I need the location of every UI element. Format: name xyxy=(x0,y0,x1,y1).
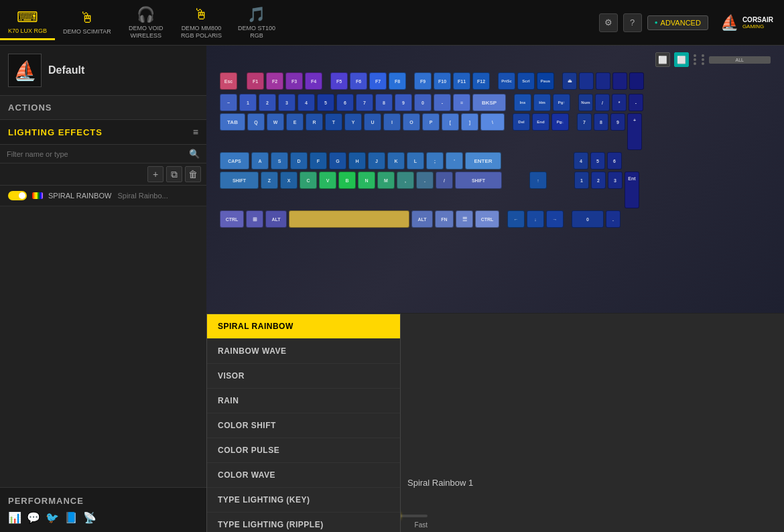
device-st100[interactable]: 🎵 DEMO ST100RGB xyxy=(230,2,283,44)
key-rshift[interactable]: SHIFT xyxy=(455,172,502,189)
perf-icon-2[interactable]: 💬 xyxy=(27,511,40,524)
key-np7[interactable]: 7 xyxy=(577,113,592,131)
key-q[interactable]: Q xyxy=(247,113,265,131)
dropdown-item-color-shift[interactable]: COLOR SHIFT xyxy=(207,413,400,438)
key-lwin[interactable]: ⊞ xyxy=(246,210,263,228)
dropdown-item-color-pulse[interactable]: COLOR PULSE xyxy=(207,438,400,463)
key-rfn[interactable]: FN xyxy=(435,210,454,228)
key-semicolon[interactable]: ; xyxy=(426,152,444,170)
key-comma[interactable]: , xyxy=(397,172,414,189)
key-rmenu[interactable]: ☰ xyxy=(456,210,473,228)
key-backspace[interactable]: BKSP xyxy=(472,94,506,111)
key-space[interactable] xyxy=(289,210,409,228)
key-np5[interactable] xyxy=(629,72,644,90)
dropdown-item-visor[interactable]: VISOR xyxy=(207,364,400,389)
dropdown-item-spiral-rainbow-top[interactable]: SPIRAL RAINBOW xyxy=(207,314,400,339)
key-end[interactable]: End xyxy=(532,113,549,131)
effect-item-spiral-rainbow[interactable]: SPIRAL RAINBOW Spiral Rainbo... xyxy=(0,186,206,206)
perf-icon-5[interactable]: 📡 xyxy=(83,511,96,524)
key-f7[interactable]: F7 xyxy=(369,72,387,90)
key-esc[interactable]: Esc xyxy=(220,72,237,90)
key-6[interactable]: 6 xyxy=(336,94,354,111)
key-np-dot[interactable]: . xyxy=(606,210,620,228)
kb-btn-1[interactable]: ⬜ xyxy=(655,52,670,67)
key-lshift[interactable]: SHIFT xyxy=(220,172,259,189)
key-pause[interactable]: Paus xyxy=(537,72,554,90)
key-f4[interactable]: F4 xyxy=(305,72,322,90)
key-np0[interactable]: 0 xyxy=(572,210,604,228)
key-w[interactable]: W xyxy=(267,113,284,131)
key-9[interactable]: 9 xyxy=(395,94,412,111)
key-np2[interactable] xyxy=(579,72,594,90)
key-equals[interactable]: = xyxy=(453,94,470,111)
key-0[interactable]: 0 xyxy=(414,94,432,111)
key-u[interactable]: U xyxy=(364,113,381,131)
key-f[interactable]: F xyxy=(310,152,327,170)
key-p[interactable]: P xyxy=(422,113,440,131)
key-right[interactable]: → xyxy=(546,210,564,228)
key-n[interactable]: N xyxy=(358,172,375,189)
key-7[interactable]: 7 xyxy=(356,94,373,111)
delete-effect-button[interactable]: 🗑 xyxy=(185,166,201,182)
key-del[interactable]: Del xyxy=(513,113,530,131)
key-b[interactable]: B xyxy=(338,172,356,189)
key-np4[interactable] xyxy=(612,72,627,90)
key-home[interactable]: Hm xyxy=(533,94,551,111)
key-np-enter[interactable]: Ent xyxy=(625,172,639,208)
device-mm800[interactable]: 🖱 DEMO MM800RGB POLARIS xyxy=(173,2,230,44)
key-f10[interactable]: F10 xyxy=(434,72,451,90)
key-o[interactable]: O xyxy=(403,113,420,131)
key-l[interactable]: L xyxy=(407,152,424,170)
key-rctrl[interactable]: CTRL xyxy=(475,210,499,228)
key-numlock[interactable]: Num xyxy=(578,94,593,111)
key-t[interactable]: T xyxy=(325,113,342,131)
kb-btn-2[interactable]: ⬜ xyxy=(674,52,689,67)
key-minus[interactable]: - xyxy=(434,94,451,111)
key-np-plus[interactable]: + xyxy=(627,113,642,150)
key-np3[interactable]: 3 xyxy=(608,172,623,189)
lighting-effect-dropdown[interactable]: SPIRAL RAINBOW RAINBOW WAVE VISOR RAIN C… xyxy=(206,314,401,532)
key-slash[interactable]: / xyxy=(436,172,453,189)
key-scroll[interactable]: Scrl xyxy=(517,72,535,90)
key-x[interactable]: X xyxy=(280,172,298,189)
key-5[interactable]: 5 xyxy=(317,94,334,111)
key-ins[interactable]: Ins xyxy=(514,94,531,111)
key-tab[interactable]: TAB xyxy=(220,113,245,131)
key-prtscr[interactable]: PrtSc xyxy=(498,72,515,90)
key-tilde[interactable]: ~ xyxy=(220,94,237,111)
key-f3[interactable]: F3 xyxy=(285,72,303,90)
add-effect-button[interactable]: + xyxy=(147,166,164,182)
key-h[interactable]: H xyxy=(348,152,366,170)
key-3[interactable]: 3 xyxy=(278,94,296,111)
dropdown-item-rain[interactable]: RAIN xyxy=(207,389,400,413)
key-z[interactable]: Z xyxy=(261,172,278,189)
key-np2[interactable]: 2 xyxy=(591,172,606,189)
key-period[interactable]: . xyxy=(416,172,434,189)
device-scimitar[interactable]: 🖱 DEMO SCIMITAR xyxy=(55,5,119,40)
key-pgdn[interactable]: Pg↓ xyxy=(551,113,569,131)
key-caps[interactable]: CAPS xyxy=(220,152,249,170)
dropdown-item-rainbow-wave[interactable]: RAINBOW WAVE xyxy=(207,339,400,364)
key-quote[interactable]: ' xyxy=(446,152,463,170)
filter-input[interactable] xyxy=(7,150,189,158)
key-f9[interactable]: F9 xyxy=(414,72,432,90)
key-enter[interactable]: ENTER xyxy=(465,152,501,170)
key-np-div[interactable]: / xyxy=(595,94,610,111)
advanced-button[interactable]: ● ADVANCED xyxy=(647,15,708,30)
dropdown-item-type-lighting-key[interactable]: TYPE LIGHTING (KEY) xyxy=(207,488,400,513)
key-np8[interactable]: 8 xyxy=(594,113,608,131)
key-i[interactable]: I xyxy=(383,113,401,131)
effects-menu-icon[interactable]: ≡ xyxy=(193,127,198,137)
key-d[interactable]: D xyxy=(290,152,308,170)
key-np3[interactable] xyxy=(596,72,610,90)
key-rbracket[interactable]: ] xyxy=(461,113,478,131)
settings-button[interactable]: ⚙ xyxy=(599,13,618,32)
key-lbracket[interactable]: [ xyxy=(442,113,459,131)
key-c[interactable]: C xyxy=(300,172,317,189)
key-f1[interactable]: F1 xyxy=(247,72,264,90)
key-f5[interactable]: F5 xyxy=(330,72,348,90)
key-f12[interactable]: F12 xyxy=(472,72,490,90)
key-np6[interactable]: 6 xyxy=(607,152,622,170)
key-f11[interactable]: F11 xyxy=(453,72,470,90)
key-lalt[interactable]: ALT xyxy=(265,210,287,228)
